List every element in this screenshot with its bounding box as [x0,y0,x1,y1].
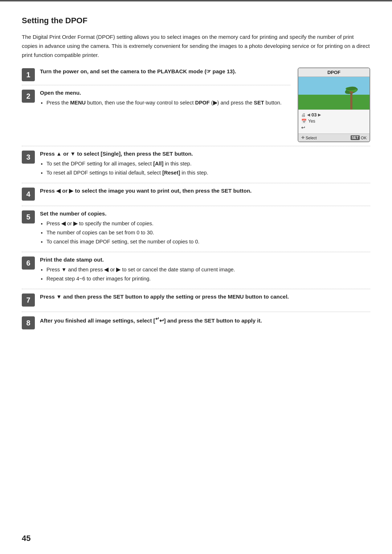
step-2-bullets: Press the MENU button, then use the four… [46,99,290,107]
step-6-badge: 6 [22,257,35,270]
step-5-bullet-2: The number of copies can be set from 0 t… [46,229,370,237]
select-label: Select [306,136,317,140]
step-3-badge: 3 [22,151,35,164]
step-2-main: Open the menu. [40,89,290,97]
set-badge: SET [351,135,360,140]
ctrl-row-2: 📅 Yes [301,119,367,124]
step-8-main: After you finished all image settings, s… [40,316,370,325]
step-row-7: 7 Press ▼ and then press the SET button … [22,293,370,312]
ctrl-option: Yes [308,119,315,124]
right-arrow-icon: ▶ [318,112,321,117]
palm-tree-icon [344,84,359,110]
step-3-main: Press ▲ or ▼ to select [Single], then pr… [40,150,370,158]
page-number: 45 [22,534,30,543]
camera-ui-header: DPOF [298,68,369,77]
svg-rect-0 [350,91,352,110]
step-1-main: Turn the power on, and set the camera to… [40,67,290,76]
step-row-1-2: 1 Turn the power on, and set the camera … [22,67,370,146]
step-5-bullet-1: Press ◀ or ▶ to specify the number of co… [46,219,370,228]
camera-controls: 🖨 ◀ 03 ▶ 📅 Yes ↩ [298,110,369,134]
camera-footer: ✛ Select SET OK [298,134,369,141]
step-4-header: 4 Press ◀ or ▶ to select the image you w… [22,187,370,201]
step-4-content: Press ◀ or ▶ to select the image you wan… [40,187,370,197]
step-5-header: 5 Set the number of copies. Press ◀ or ▶… [22,210,370,247]
intro-paragraph: The Digital Print Order Format (DPOF) se… [22,33,370,59]
step-row-3: 3 Press ▲ or ▼ to select [Single], then … [22,150,370,183]
step-row-4: 4 Press ◀ or ▶ to select the image you w… [22,187,370,206]
step-8-badge: 8 [22,316,35,329]
step-4-badge: 4 [22,188,35,201]
step-row-6: 6 Print the date stamp out. Press ▼ and … [22,256,370,289]
step-7-header: 7 Press ▼ and then press the SET button … [22,293,370,307]
page-content: Setting the DPOF The Digital Print Order… [0,1,392,360]
step-8-content: After you finished all image settings, s… [40,316,370,327]
camera-ui-box: DPOF [298,67,370,142]
step-row-5: 5 Set the number of copies. Press ◀ or ▶… [22,210,370,252]
step-1-content: Turn the power on, and set the camera to… [40,67,290,77]
step-3-bullet-2: To reset all DPOF settings to initial de… [46,169,370,177]
page-title: Setting the DPOF [22,16,370,25]
ok-label: OK [361,136,367,140]
camera-ui-image: DPOF [298,67,370,142]
step-2-bullet-1: Press the MENU button, then use the four… [46,99,290,107]
step-1-badge: 1 [22,68,35,81]
date-icon: 📅 [301,119,307,124]
ctrl-value: 03 [311,112,317,118]
step-1-header: 1 Turn the power on, and set the camera … [22,67,290,81]
step-5-bullet-3: To cancel this image DPOF setting, set t… [46,238,370,246]
step-3-content: Press ▲ or ▼ to select [Single], then pr… [40,150,370,178]
step-6-main: Print the date stamp out. [40,256,370,264]
select-cross-icon: ✛ [301,135,305,140]
left-arrow-icon: ◀ [307,112,310,117]
camera-scene [298,77,369,110]
step-4-main: Press ◀ or ▶ to select the image you wan… [40,187,370,195]
return-arrow-icon: ↩ [301,125,305,130]
step-8-header: 8 After you finished all image settings,… [22,316,370,329]
step-3-bullets: To set the DPOF setting for all images, … [46,160,370,177]
step-3-header: 3 Press ▲ or ▼ to select [Single], then … [22,150,370,178]
step-6-content: Print the date stamp out. Press ▼ and th… [40,256,370,284]
step-2-header: 2 Open the menu. Press the MENU button, … [22,89,290,108]
step-1-2-text: 1 Turn the power on, and set the camera … [22,67,290,109]
step-5-badge: 5 [22,210,35,223]
step-6-bullets: Press ▼ and then press ◀ or ▶ to set or … [46,266,370,283]
ctrl-row-3: ↩ [301,125,367,130]
svg-point-5 [351,91,353,94]
step-6-header: 6 Print the date stamp out. Press ▼ and … [22,256,370,284]
step-1-2-content: 1 Turn the power on, and set the camera … [22,67,370,142]
step-5-bullets: Press ◀ or ▶ to specify the number of co… [46,219,370,246]
step-5-content: Set the number of copies. Press ◀ or ▶ t… [40,210,370,247]
printer-icon: 🖨 [301,112,306,118]
step-3-bullet-1: To set the DPOF setting for all images, … [46,160,370,168]
step-6-bullet-2: Repeat step 4~6 to other images for prin… [46,275,370,283]
step-6-bullet-1: Press ▼ and then press ◀ or ▶ to set or … [46,266,370,274]
footer-ok: SET OK [351,135,367,140]
step-2-content: Open the menu. Press the MENU button, th… [40,89,290,108]
step-2-badge: 2 [22,90,35,103]
step-7-content: Press ▼ and then press the SET button to… [40,293,370,303]
step-5-main: Set the number of copies. [40,210,370,218]
step-7-main: Press ▼ and then press the SET button to… [40,293,370,301]
step-7-badge: 7 [22,294,35,307]
ctrl-row-1: 🖨 ◀ 03 ▶ [301,112,367,118]
steps-container: 1 Turn the power on, and set the camera … [22,67,370,338]
footer-select: ✛ Select [301,135,317,140]
step-row-8: 8 After you finished all image settings,… [22,316,370,335]
